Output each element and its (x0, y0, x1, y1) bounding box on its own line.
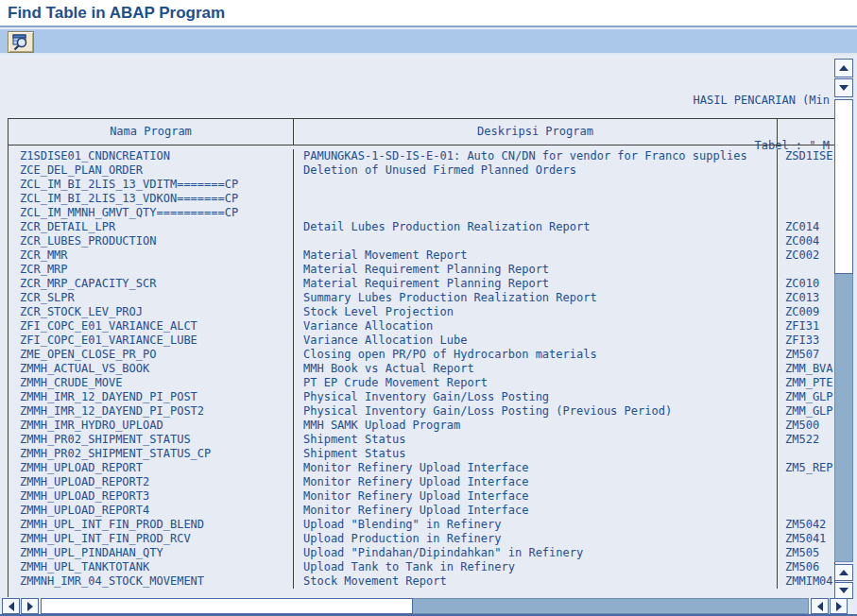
cell-desc: Physical Inventory Gain/Loss Posting (Pr… (294, 404, 778, 419)
cell-code (778, 192, 834, 206)
vertical-scrollbar-thumb[interactable] (834, 99, 853, 274)
cell-code (778, 447, 834, 461)
arrow-left-icon (9, 602, 14, 611)
table-row[interactable]: ZCR_MMRMaterial Movement ReportZC002 (9, 248, 834, 263)
cell-desc: Detail Lubes Production Realization Repo… (294, 220, 778, 234)
table-row[interactable]: ZMMH_IMR_12_DAYEND_PI_POSTPhysical Inven… (9, 390, 834, 404)
arrow-up-icon (839, 570, 848, 575)
cell-desc: MMH Book vs Actual Report (294, 362, 778, 376)
horizontal-scroll-left-button-end[interactable] (811, 598, 829, 614)
cell-desc: Variance Allocation Lube (294, 334, 778, 348)
cell-code: ZMM_GLP (778, 390, 834, 404)
horizontal-scroll-right-button-start[interactable] (21, 598, 39, 614)
cell-code (778, 504, 834, 518)
column-header-code[interactable] (778, 119, 834, 145)
table-row[interactable]: ZCL_IM_BI_2LIS_13_VDKON=======CP (9, 192, 834, 206)
cell-code: ZC002 (778, 248, 834, 263)
table-row[interactable]: ZCL_IM_MMNH_GMVT_QTY==========CP (9, 206, 834, 220)
find-button[interactable] (8, 31, 34, 53)
cell-code (778, 263, 834, 277)
table-row[interactable]: ZMMNH_IMR_04_STOCK_MOVEMENTStock Movemen… (9, 574, 834, 589)
cell-name: ZFI_COPC_E01_VARIANCE_ALCT (9, 319, 294, 334)
page-title-bar: Find Table in ABAP Program (0, 0, 857, 27)
content-area: HASIL PENCARIAN (Min Tabel : " M Nama Pr… (0, 57, 857, 616)
cell-desc: MMH SAMK Upload Program (294, 419, 778, 433)
cell-desc: Shipment Status (294, 447, 778, 461)
table-row[interactable]: ZMMH_CRUDE_MOVEPT EP Crude Movement Repo… (9, 376, 834, 390)
horizontal-scroll-left-button-start[interactable] (2, 598, 20, 614)
cell-desc: Monitor Refinery Upload Interface (294, 489, 778, 504)
table-row[interactable]: ZMMH_UPLOAD_REPORTMonitor Refinery Uploa… (9, 461, 834, 475)
table-row[interactable]: ZMMH_UPLOAD_REPORT4Monitor Refinery Uplo… (9, 504, 834, 518)
table-row[interactable]: ZFI_COPC_E01_VARIANCE_LUBEVariance Alloc… (9, 334, 834, 348)
table-row[interactable]: ZMMH_UPL_PINDAHAN_QTYUpload "Pindahan/Di… (9, 546, 834, 560)
table-row[interactable]: ZCR_MRPMaterial Requirement Planning Rep… (9, 263, 834, 277)
cell-code: ZFI33 (778, 334, 834, 348)
table-row[interactable]: Z1SDISE01_CNDNCREATIONPAMUNGKAS-1-SD-IS-… (9, 149, 834, 163)
table-body: Z1SDISE01_CNDNCREATIONPAMUNGKAS-1-SD-IS-… (9, 145, 834, 589)
table-row[interactable]: ZMMH_IMR_HYDRO_UPLOADMMH SAMK Upload Pro… (9, 419, 834, 433)
table-row[interactable]: ZCL_IM_BI_2LIS_13_VDITM=======CP (9, 178, 834, 192)
column-header-nama-program[interactable]: Nama Program (9, 119, 294, 145)
cell-name: ZMMNH_IMR_04_STOCK_MOVEMENT (9, 574, 294, 589)
vertical-scroll-up-button-top[interactable] (834, 59, 853, 77)
cell-code: ZMM_BVA (778, 362, 834, 376)
cell-code: ZMM_GLP (778, 404, 834, 419)
cell-code: ZM522 (778, 433, 834, 447)
cell-desc (294, 192, 778, 206)
table-row[interactable]: ZCR_SLPRSummary Lubes Production Realiza… (9, 291, 834, 305)
find-in-table-icon (11, 34, 30, 51)
vertical-scroll-down-button-top[interactable] (834, 78, 853, 97)
cell-name: ZMMH_CRUDE_MOVE (9, 376, 294, 390)
cell-code: ZM5041 (778, 532, 834, 546)
cell-name: ZCR_LUBES_PRODUCTION (9, 234, 294, 248)
table-row[interactable]: ZMMH_UPLOAD_REPORT2Monitor Refinery Uplo… (9, 475, 834, 489)
cell-code: ZC014 (778, 220, 834, 234)
horizontal-scroll-right-button-end[interactable] (830, 598, 848, 614)
cell-code (778, 489, 834, 504)
horizontal-scrollbar-thumb[interactable] (41, 598, 413, 614)
table-row[interactable]: ZCE_DEL_PLAN_ORDERDeletion of Unused Fir… (9, 163, 834, 178)
table-row[interactable]: ZMMH_PR02_SHIPMENT_STATUS_CPShipment Sta… (9, 447, 834, 461)
table-row[interactable]: ZCR_LUBES_PRODUCTIONZC004 (9, 234, 834, 248)
column-header-deskripsi-program[interactable]: Deskripsi Program (294, 119, 778, 145)
table-row[interactable]: ZCR_DETAIL_LPRDetail Lubes Production Re… (9, 220, 834, 234)
table-row[interactable]: ZMMH_UPLOAD_REPORT3Monitor Refinery Uplo… (9, 489, 834, 504)
cell-name: ZFI_COPC_E01_VARIANCE_LUBE (9, 334, 294, 348)
cell-desc: Upload "Blending" in Refinery (294, 518, 778, 532)
cell-name: ZCL_IM_MMNH_GMVT_QTY==========CP (9, 206, 294, 220)
vertical-scroll-down-button-bottom[interactable] (834, 582, 853, 599)
cell-code: ZC010 (778, 277, 834, 291)
cell-code: ZFI31 (778, 319, 834, 334)
table-row[interactable]: ZME_OPEN_CLOSE_PR_POClosing open PR/PO o… (9, 348, 834, 362)
cell-name: ZMMH_UPLOAD_REPORT3 (9, 489, 294, 504)
table-row[interactable]: ZMMH_PR02_SHIPMENT_STATUSShipment Status… (9, 433, 834, 447)
cell-name: ZMMH_IMR_12_DAYEND_PI_POST2 (9, 404, 294, 419)
table-row[interactable]: ZMMH_UPL_INT_FIN_PROD_BLENDUpload "Blend… (9, 518, 834, 532)
arrow-left-icon (817, 602, 823, 611)
cell-code: ZM507 (778, 348, 834, 362)
cell-code (778, 178, 834, 192)
cell-desc: Material Requirement Planning Report (294, 263, 778, 277)
table-row[interactable]: ZMMH_IMR_12_DAYEND_PI_POST2Physical Inve… (9, 404, 834, 419)
cell-code: ZC004 (778, 234, 834, 248)
cell-desc: Physical Inventory Gain/Loss Posting (294, 390, 778, 404)
cell-desc: Monitor Refinery Upload Interface (294, 461, 778, 475)
cell-desc (294, 178, 778, 192)
table-row[interactable]: ZMMH_UPL_INT_FIN_PROD_RCVUpload Producti… (9, 532, 834, 546)
cell-desc: Deletion of Unused Firmed Planned Orders (294, 163, 778, 178)
vertical-scroll-up-button-bottom[interactable] (834, 564, 853, 581)
cell-desc: Monitor Refinery Upload Interface (294, 504, 778, 518)
arrow-right-icon (836, 602, 842, 611)
cell-desc: Upload "Pindahan/Dipindahkan" in Refiner… (294, 546, 778, 560)
cell-name: Z1SDISE01_CNDNCREATION (9, 149, 294, 163)
cell-desc: Monitor Refinery Upload Interface (294, 475, 778, 489)
cell-code: ZM500 (778, 419, 834, 433)
arrow-up-icon (839, 65, 848, 71)
table-row[interactable]: ZCR_STOCK_LEV_PROJStock Level Projection… (9, 305, 834, 319)
table-row[interactable]: ZFI_COPC_E01_VARIANCE_ALCTVariance Alloc… (9, 319, 834, 334)
table-row[interactable]: ZCR_MRP_CAPACITY_SCRMaterial Requirement… (9, 277, 834, 291)
table-row[interactable]: ZMMH_ACTUAL_VS_BOOKMMH Book vs Actual Re… (9, 362, 834, 376)
table-row[interactable]: ZMMH_UPL_TANKTOTANKUpload Tank to Tank i… (9, 560, 834, 574)
cell-desc (294, 234, 778, 248)
